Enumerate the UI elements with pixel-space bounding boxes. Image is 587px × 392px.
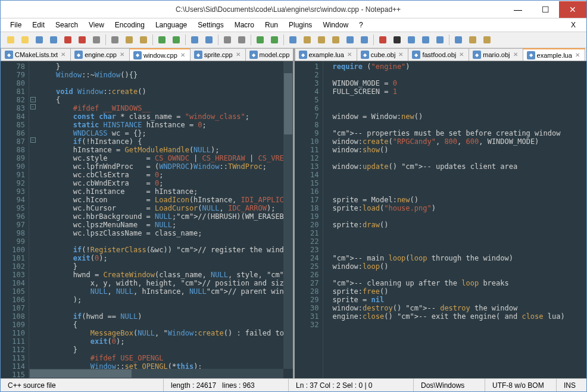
spell-icon[interactable] <box>452 33 465 46</box>
tab-close-icon[interactable]: ✕ <box>236 51 243 58</box>
menu-macro[interactable]: Macro <box>230 20 259 30</box>
save-all-icon[interactable] <box>47 33 60 46</box>
sync-h-icon[interactable] <box>268 33 281 46</box>
file-icon: ◆ <box>5 51 13 59</box>
func-list-icon[interactable] <box>358 33 371 46</box>
svg-rect-10 <box>158 36 166 43</box>
menu-close-doc[interactable]: X <box>565 20 582 30</box>
maximize-button[interactable]: ☐ <box>532 1 559 18</box>
tab-close-icon[interactable]: ✕ <box>398 51 405 58</box>
monitor-icon[interactable] <box>480 33 494 46</box>
sync-v-icon[interactable] <box>254 33 267 46</box>
svg-rect-30 <box>469 36 476 43</box>
tab-close-icon[interactable]: ✕ <box>575 52 582 59</box>
svg-rect-23 <box>361 36 368 43</box>
close-all-icon[interactable] <box>76 33 89 46</box>
menu-help[interactable]: ? <box>354 20 368 30</box>
tab-engine-cpp[interactable]: ◆engine.cpp✕ <box>70 48 130 61</box>
status-eol[interactable]: Dos\Windows <box>414 379 485 391</box>
tab-close-icon[interactable]: ✕ <box>180 52 188 59</box>
open-file-icon[interactable] <box>18 33 32 46</box>
svg-rect-18 <box>289 36 296 43</box>
paste-icon[interactable] <box>137 33 150 46</box>
new-file-icon[interactable] <box>4 33 17 46</box>
tab-close-icon[interactable]: ✕ <box>120 51 127 58</box>
undo-icon[interactable] <box>155 33 168 46</box>
copy-icon[interactable] <box>123 33 136 46</box>
tab-CMakeLists-txt[interactable]: ◆CMakeLists.txt✕ <box>1 48 71 61</box>
stop-icon[interactable] <box>391 33 404 46</box>
menu-edit[interactable]: Edit <box>27 20 49 30</box>
tabs-right-pane: ◆example.lua✕◆cube.obj✕◆fastfood.obj✕◆ma… <box>293 48 587 61</box>
menu-encoding[interactable]: Encoding <box>110 20 149 30</box>
tab-example-lua[interactable]: ◆example.lua✕ <box>295 48 357 61</box>
cut-icon[interactable] <box>108 33 121 46</box>
status-insert-mode[interactable]: INS <box>557 379 586 391</box>
svg-rect-0 <box>7 36 14 43</box>
status-file-type: C++ source file <box>1 379 164 391</box>
print-icon[interactable] <box>90 33 103 46</box>
zoom-out-icon[interactable] <box>235 33 248 46</box>
line-gutter-left: 7879808182838485868788899091929394959697… <box>1 61 29 378</box>
menu-file[interactable]: File <box>5 20 26 30</box>
svg-rect-14 <box>224 36 231 43</box>
tab-close-icon[interactable]: ✕ <box>347 51 354 58</box>
code-area-right[interactable]: require ("engine") WINDOW_MODE = 0FULL_S… <box>330 61 587 378</box>
tab-model-cpp[interactable]: ◆model.cpp✕ <box>245 48 293 61</box>
wrap-icon[interactable] <box>286 33 299 46</box>
lang-icon[interactable] <box>329 33 342 46</box>
tab-close-icon[interactable]: ✕ <box>513 51 520 58</box>
scrollbar-horizontal-left[interactable] <box>29 369 283 378</box>
minimize-button[interactable]: — <box>504 1 532 18</box>
record-icon[interactable] <box>376 33 389 46</box>
file-icon: ◆ <box>133 51 142 59</box>
menu-language[interactable]: Language <box>151 20 192 30</box>
tab-sprite-cpp[interactable]: ◆sprite.cpp✕ <box>190 48 246 61</box>
doc-map-icon[interactable] <box>344 33 357 46</box>
file-icon: ◆ <box>412 51 420 59</box>
svg-rect-11 <box>173 36 180 43</box>
redo-icon[interactable] <box>170 33 183 46</box>
find-icon[interactable] <box>188 33 201 46</box>
tab-example-lua[interactable]: ◆example.lua✕ <box>523 48 585 61</box>
play-icon[interactable] <box>405 33 418 46</box>
menu-settings[interactable]: Settings <box>193 20 228 30</box>
menu-search[interactable]: Search <box>51 20 83 30</box>
menu-window[interactable]: Window <box>318 20 353 30</box>
save-icon[interactable] <box>33 33 46 46</box>
scrollbar-vertical-left[interactable] <box>283 61 293 369</box>
tab-close-icon[interactable]: ✕ <box>459 51 466 58</box>
svg-rect-28 <box>436 36 444 43</box>
save-macro-icon[interactable] <box>433 33 447 46</box>
tab-close-icon[interactable]: ✕ <box>61 51 68 58</box>
close-window-button[interactable]: ✕ <box>559 1 586 18</box>
close-icon[interactable] <box>61 33 74 46</box>
title-bar: C:\Users\Sid\Documents\code\Lua\engine\s… <box>1 1 586 18</box>
menu-run[interactable]: Run <box>260 20 283 30</box>
svg-rect-20 <box>318 36 325 43</box>
menu-plugins[interactable]: Plugins <box>284 20 317 30</box>
code-area-left[interactable]: } Window::~Window(){} void Window::creat… <box>36 61 293 378</box>
fold-column-right[interactable] <box>323 61 330 378</box>
file-icon: ◆ <box>74 51 83 59</box>
tab-window-cpp[interactable]: ◆window.cpp✕ <box>129 48 191 61</box>
svg-rect-1 <box>21 36 29 43</box>
file-icon: ◆ <box>299 51 307 59</box>
tab-mario-obj[interactable]: ◆mario.obj✕ <box>469 48 523 61</box>
svg-rect-5 <box>79 36 86 43</box>
svg-rect-31 <box>483 36 491 43</box>
fold-column-left[interactable]: −−− <box>29 61 36 378</box>
tab-fastfood-obj[interactable]: ◆fastfood.obj✕ <box>408 48 469 61</box>
zoom-in-icon[interactable] <box>221 33 234 46</box>
play-multi-icon[interactable] <box>419 33 432 46</box>
show-all-icon[interactable] <box>301 33 314 46</box>
svg-rect-15 <box>238 36 245 43</box>
tab-cube-obj[interactable]: ◆cube.obj✕ <box>357 48 409 61</box>
editor-area: 7879808182838485868788899091929394959697… <box>1 61 586 378</box>
file-icon: ◆ <box>361 51 369 59</box>
menu-view[interactable]: View <box>84 20 109 30</box>
doc-switch-icon[interactable] <box>466 33 479 46</box>
replace-icon[interactable] <box>202 33 216 46</box>
indent-guide-icon[interactable] <box>315 33 328 46</box>
status-encoding[interactable]: UTF-8 w/o BOM <box>485 379 557 391</box>
